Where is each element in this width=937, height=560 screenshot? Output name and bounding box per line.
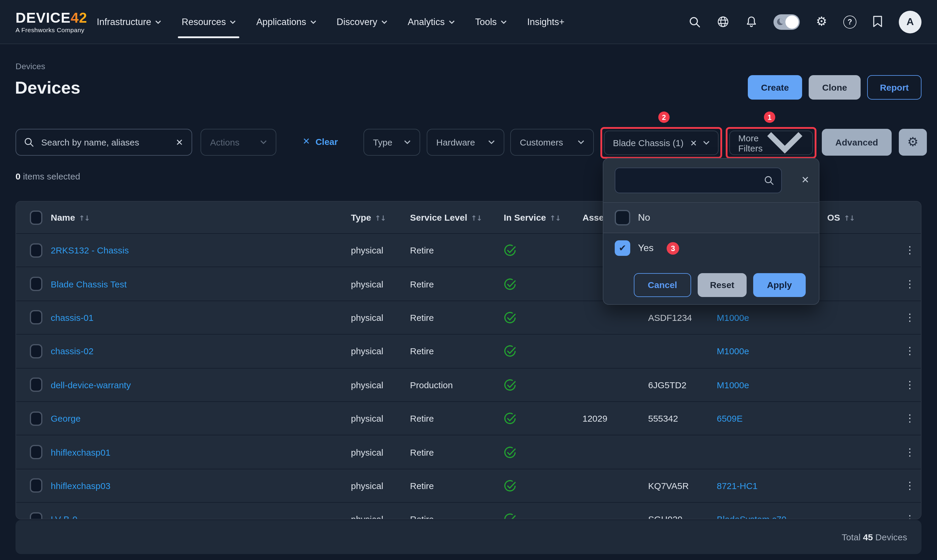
menu-tools[interactable]: Tools [474, 14, 508, 29]
popup-buttons: Cancel Reset Apply [603, 263, 819, 305]
avatar[interactable]: A [899, 11, 922, 33]
service-level-cell: Retire [410, 481, 504, 491]
theme-toggle[interactable] [774, 14, 800, 29]
help-icon[interactable]: ? [843, 15, 857, 28]
chevron-down-icon [578, 140, 584, 144]
menu-resources[interactable]: Resources [180, 14, 237, 29]
filter-option-no[interactable]: No [603, 203, 819, 233]
hardware-link[interactable]: M1000e [717, 312, 749, 323]
row-menu-button[interactable]: ⋮ [905, 446, 922, 458]
row-menu-button[interactable]: ⋮ [905, 244, 922, 257]
service-level-cell: Retire [410, 514, 504, 520]
table-settings-button[interactable]: ⚙ [899, 129, 927, 155]
row-checkbox[interactable] [30, 243, 42, 257]
row-menu-button[interactable]: ⋮ [905, 412, 922, 425]
row-checkbox[interactable] [30, 512, 42, 520]
service-level-cell: Production [410, 380, 504, 390]
hardware-link[interactable]: 8721-HC1 [717, 481, 758, 491]
device-name-link[interactable]: chassis-01 [51, 312, 93, 323]
device-name-link[interactable]: dell-device-warranty [51, 380, 131, 390]
no-checkbox[interactable] [615, 210, 630, 225]
in-service-check-icon [504, 480, 516, 492]
column-header-os[interactable]: OS↑↓ [827, 212, 905, 222]
table-footer: Total45Devices [15, 520, 922, 554]
type-cell: physical [351, 481, 410, 491]
row-menu-button[interactable]: ⋮ [905, 513, 922, 520]
actions-dropdown[interactable]: Actions [200, 129, 276, 155]
row-menu-button[interactable]: ⋮ [905, 379, 922, 391]
popup-close-icon[interactable]: ✕ [801, 174, 809, 186]
row-checkbox[interactable] [30, 277, 42, 291]
blade-chassis-filter-dropdown[interactable]: Blade Chassis (1) ✕ [604, 131, 718, 155]
sort-icon: ↑↓ [471, 214, 482, 222]
annotation-step-2: 2 [658, 112, 670, 123]
row-menu-button[interactable]: ⋮ [905, 345, 922, 357]
row-checkbox[interactable] [30, 445, 42, 459]
globe-icon[interactable] [717, 15, 729, 28]
type-cell: physical [351, 279, 410, 289]
row-checkbox[interactable] [30, 344, 42, 358]
yes-checkbox[interactable]: ✔ [615, 240, 630, 256]
row-menu-button[interactable]: ⋮ [905, 311, 922, 324]
popup-search-input[interactable] [623, 175, 764, 186]
device-name-link[interactable]: hhiflexchasp01 [51, 447, 110, 457]
hardware-filter-dropdown[interactable]: Hardware [427, 129, 504, 155]
select-all-checkbox[interactable] [30, 210, 42, 225]
filter-option-yes[interactable]: ✔ Yes 3 [603, 233, 819, 263]
cancel-button[interactable]: Cancel [634, 273, 691, 297]
clear-filters-button[interactable]: ✕ Clear [303, 136, 338, 147]
row-checkbox[interactable] [30, 478, 42, 493]
serial-cell: SGH029 [648, 514, 717, 520]
device-name-link[interactable]: 2RKS132 - Chassis [51, 245, 129, 255]
gear-icon[interactable]: ⚙ [816, 15, 827, 28]
blade-chassis-filter-popup: ✕ No ✔ Yes 3 Cancel Reset Apply [603, 158, 820, 305]
type-filter-dropdown[interactable]: Type [364, 129, 420, 155]
more-filters-dropdown[interactable]: More Filters [729, 131, 813, 155]
menu-insights[interactable]: Insights+ [526, 14, 566, 29]
device42-logo[interactable]: DEVICE42 A Freshworks Company [15, 11, 87, 33]
device-name-link[interactable]: chassis-02 [51, 346, 93, 356]
clone-button[interactable]: Clone [809, 75, 861, 100]
column-header-name[interactable]: Name↑↓ [51, 212, 351, 222]
remove-filter-icon[interactable]: ✕ [690, 138, 697, 148]
device-name-link[interactable]: Blade Chassis Test [51, 279, 127, 289]
menu-analytics[interactable]: Analytics [407, 14, 456, 29]
report-button[interactable]: Report [867, 75, 922, 100]
device-name-link[interactable]: hhiflexchasp03 [51, 481, 110, 491]
advanced-button[interactable]: Advanced [822, 129, 892, 155]
column-header-type[interactable]: Type↑↓ [351, 212, 410, 222]
column-header-service-level[interactable]: Service Level↑↓ [410, 212, 504, 222]
column-header-in-service[interactable]: In Service↑↓ [504, 212, 583, 222]
type-cell: physical [351, 514, 410, 520]
row-menu-button[interactable]: ⋮ [905, 480, 922, 492]
row-menu-button[interactable]: ⋮ [905, 278, 922, 290]
chevron-down-icon [488, 140, 495, 144]
menu-applications[interactable]: Applications [255, 14, 317, 29]
bookmark-icon[interactable] [872, 15, 883, 28]
apply-button[interactable]: Apply [753, 273, 806, 297]
menu-infrastructure[interactable]: Infrastructure [96, 14, 163, 29]
search-input[interactable] [40, 137, 176, 148]
menu-discovery[interactable]: Discovery [335, 14, 388, 29]
breadcrumb[interactable]: Devices [15, 62, 45, 71]
customers-filter-dropdown[interactable]: Customers [510, 129, 594, 155]
create-button[interactable]: Create [748, 75, 802, 100]
toggle-knob [785, 15, 798, 28]
table-row: hhiflexchasp01 physical Retire ⋮ [16, 435, 921, 469]
hardware-link[interactable]: M1000e [717, 346, 749, 356]
hardware-link[interactable]: M1000e [717, 380, 749, 390]
type-cell: physical [351, 346, 410, 356]
serial-cell: ASDF1234 [648, 312, 717, 323]
search-icon[interactable] [689, 16, 701, 28]
reset-button[interactable]: Reset [698, 273, 747, 297]
hardware-link[interactable]: 6509E [717, 413, 743, 423]
row-checkbox[interactable] [30, 378, 42, 392]
sort-icon: ↑↓ [79, 214, 89, 222]
device-name-link[interactable]: George [51, 413, 80, 423]
hardware-link[interactable]: BladeSystem c70 [717, 514, 786, 520]
bell-icon[interactable] [746, 15, 757, 28]
device-name-link[interactable]: LV-B-0 [51, 514, 78, 520]
row-checkbox[interactable] [30, 311, 42, 325]
clear-search-icon[interactable]: ✕ [176, 137, 183, 148]
row-checkbox[interactable] [30, 411, 42, 426]
